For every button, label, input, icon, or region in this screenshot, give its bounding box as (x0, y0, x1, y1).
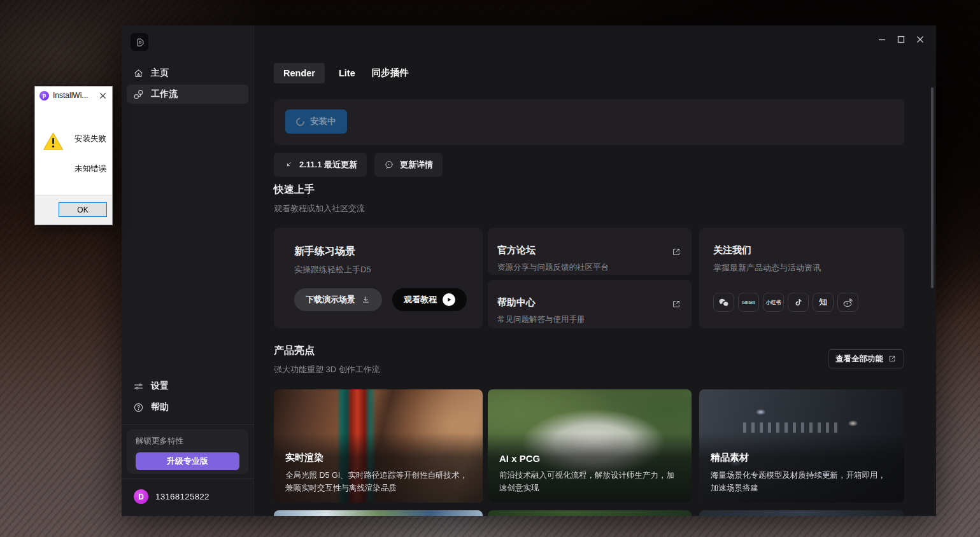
d5-launcher-window: 主页 工作流 设置 (122, 25, 936, 516)
help-icon (133, 402, 144, 413)
next-row-card-peek (274, 510, 483, 516)
follow-card-title: 关注我们 (713, 244, 904, 256)
d5-logo-icon (134, 37, 145, 48)
feature-card-desc: 海量场景化专题模型及材质持续更新，开箱即用，加速场景搭建 (711, 469, 893, 495)
external-link-icon (671, 299, 681, 312)
follow-us-card: 关注我们 掌握最新产品动态与活动资讯 bilibili 小红书 (699, 228, 904, 328)
version-update-label: 2.11.1 最近更新 (299, 159, 357, 171)
feature-card-desc: 全局光照 D5 GI、实时路径追踪等开创性自研技术，兼顾实时交互性与离线渲染品质 (285, 469, 471, 495)
xiaohongshu-button[interactable]: 小红书 (763, 293, 784, 312)
tab-sync-plugin[interactable]: 同步插件 (369, 62, 411, 84)
scrollbar-thumb[interactable] (931, 87, 934, 288)
sidebar-item-label: 工作流 (151, 88, 178, 100)
upsell-label: 解锁更多特性 (136, 436, 239, 447)
warning-icon (43, 132, 64, 151)
xiaohongshu-icon: 小红书 (766, 299, 781, 306)
sidebar-item-help[interactable]: 帮助 (127, 398, 248, 417)
sidebar-nav: 主页 工作流 (127, 64, 248, 106)
dialog-body: 安装失败 未知错误 (35, 104, 112, 195)
sidebar-bottom-nav: 设置 帮助 (127, 377, 248, 419)
next-row-card-peek (699, 510, 904, 516)
weibo-button[interactable] (837, 293, 858, 312)
d5-logo (131, 33, 148, 51)
settings-sliders-icon (133, 381, 144, 392)
external-link-icon (888, 354, 897, 363)
play-icon (443, 293, 455, 306)
sidebar-item-label: 设置 (151, 380, 169, 392)
dialog-title: InstallWi... (53, 91, 97, 100)
social-buttons-row: bilibili 小红书 知 (713, 293, 858, 312)
maximize-icon (897, 36, 905, 43)
sidebar-item-workflow[interactable]: 工作流 (127, 85, 248, 104)
zhihu-icon: 知 (819, 296, 827, 308)
help-center-card[interactable]: 帮助中心 常见问题解答与使用手册 (488, 280, 692, 328)
zhihu-button[interactable]: 知 (813, 293, 834, 312)
feature-card-ai-pcg[interactable]: AI x PCG 前沿技术融入可视化流程，解放设计师生产力，加速创意实现 (488, 389, 692, 503)
main-content: Render Lite 同步插件 安装中 2.11.1 最近更新 更新详情 (254, 25, 936, 516)
forum-card-title: 官方论坛 (497, 244, 681, 256)
update-details-button[interactable]: 更新详情 (374, 153, 443, 177)
feature-card-title: 精品素材 (711, 452, 893, 464)
quick-start-subtitle: 观看教程或加入社区交流 (274, 203, 365, 214)
account-entry[interactable]: D 13168125822 (134, 489, 209, 504)
tab-lite[interactable]: Lite (336, 63, 358, 83)
wechat-icon (718, 297, 729, 308)
practice-card-subtitle: 实操跟练轻松上手D5 (294, 264, 483, 275)
install-banner: 安装中 (274, 99, 904, 145)
installing-label: 安装中 (310, 116, 336, 127)
account-phone: 13168125822 (155, 492, 209, 501)
external-link-icon (671, 247, 681, 260)
update-buttons-row: 2.11.1 最近更新 更新详情 (274, 153, 443, 177)
error-title: 安装失败 (75, 134, 106, 144)
help-center-card-title: 帮助中心 (497, 296, 681, 309)
download-demo-label: 下载演示场景 (306, 294, 355, 305)
workflow-icon (133, 89, 144, 100)
upsell-panel: 解锁更多特性 升级专业版 (127, 429, 248, 474)
highlights-subtitle: 强大功能重塑 3D 创作工作流 (274, 364, 380, 375)
top-tabs: Render Lite 同步插件 (274, 62, 411, 84)
sidebar-divider (122, 478, 253, 479)
update-details-label: 更新详情 (400, 159, 433, 171)
practice-scene-card: 新手练习场景 实操跟练轻松上手D5 下载演示场景 观看教程 (274, 228, 483, 328)
arrow-corner-icon (283, 160, 294, 170)
feature-card-desc: 前沿技术融入可视化流程，解放设计师生产力，加速创意实现 (499, 469, 680, 495)
forum-card[interactable]: 官方论坛 资源分享与问题反馈的社区平台 (488, 228, 692, 275)
practice-card-buttons: 下载演示场景 观看教程 (294, 288, 467, 311)
home-icon (133, 68, 144, 79)
info-bubble-icon (384, 160, 394, 170)
download-demo-button[interactable]: 下载演示场景 (294, 288, 382, 311)
forum-card-subtitle: 资源分享与问题反馈的社区平台 (497, 262, 681, 273)
version-update-button[interactable]: 2.11.1 最近更新 (274, 153, 367, 177)
help-center-card-subtitle: 常见问题解答与使用手册 (497, 314, 681, 325)
bilibili-button[interactable]: bilibili (738, 293, 759, 312)
highlights-title: 产品亮点 (274, 344, 315, 358)
sidebar-item-settings[interactable]: 设置 (127, 377, 248, 396)
sidebar-item-home[interactable]: 主页 (127, 64, 248, 83)
watch-tutorial-button[interactable]: 观看教程 (392, 288, 467, 311)
close-icon (916, 36, 924, 43)
bilibili-icon: bilibili (742, 300, 755, 305)
sidebar-divider (122, 424, 253, 425)
window-controls (872, 32, 930, 47)
douyin-icon (793, 298, 803, 307)
douyin-button[interactable] (788, 293, 809, 312)
tab-render[interactable]: Render (274, 63, 325, 83)
close-button[interactable] (911, 32, 930, 47)
next-row-card-peek (488, 510, 692, 516)
follow-card-subtitle: 掌握最新产品动态与活动资讯 (713, 262, 904, 274)
weibo-icon (842, 297, 853, 308)
ok-button[interactable]: OK (59, 202, 107, 217)
view-all-features-button[interactable]: 查看全部功能 (828, 349, 904, 368)
feature-card-title: 实时渲染 (285, 452, 471, 464)
installer-app-icon: p (39, 91, 49, 101)
feature-card-assets[interactable]: 精品素材 海量场景化专题模型及材质持续更新，开箱即用，加速场景搭建 (699, 389, 904, 503)
maximize-button[interactable] (891, 32, 911, 47)
dialog-close-button[interactable] (97, 90, 108, 101)
feature-card-realtime-render[interactable]: 实时渲染 全局光照 D5 GI、实时路径追踪等开创性自研技术，兼顾实时交互性与离… (274, 389, 483, 503)
minimize-button[interactable] (872, 32, 891, 47)
installing-button[interactable]: 安装中 (285, 109, 347, 134)
upgrade-pro-button[interactable]: 升级专业版 (136, 452, 239, 470)
view-all-label: 查看全部功能 (835, 354, 883, 365)
wechat-button[interactable] (713, 293, 734, 312)
dialog-titlebar: p InstallWi... (35, 87, 112, 104)
